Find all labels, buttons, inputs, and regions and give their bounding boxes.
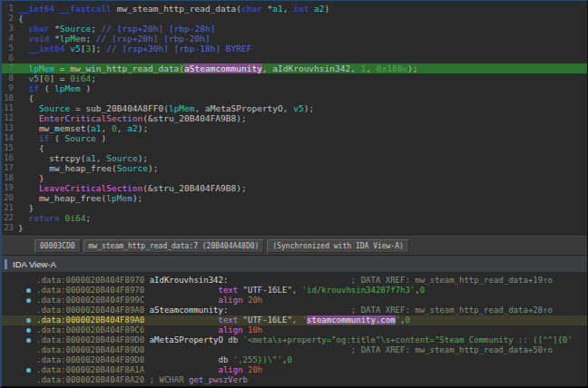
code-token: , (366, 63, 376, 73)
code-token: lpMem (60, 34, 86, 44)
code-token: } (18, 203, 34, 213)
pseudocode-line[interactable]: 6 (2, 53, 587, 63)
code-token (18, 24, 28, 34)
pseudocode-panel[interactable]: 1__int64 __fastcall mw_steam_http_read_d… (2, 1, 587, 236)
disasm-row[interactable]: .data:0000020B404F89A0 text "UTF-16LE", … (2, 315, 587, 325)
code-token: int (293, 4, 314, 14)
code-token: if (39, 133, 49, 143)
code-token: lpMem (106, 193, 132, 203)
pseudocode-line[interactable]: 11 Source = sub_20B404A8FF0(lpMem, aMeta… (2, 103, 587, 113)
code-token: EnterCriticalSection (39, 113, 142, 123)
code-token: .data:0000020B404F89A0 (36, 306, 144, 315)
pseudocode-line[interactable]: 23} (2, 223, 587, 233)
disasm-row[interactable]: .data:0000020B404F89C6 align 10h (2, 325, 587, 335)
disassembly-panel[interactable]: .data:0000020B404F8970 aIdKrouvhsin342: … (2, 273, 587, 388)
code-token: 20h (248, 296, 262, 305)
code-token (18, 34, 28, 44)
pseudocode-line[interactable]: 17 mw_heap_free(Source); (2, 163, 587, 173)
code-token: ); (138, 123, 148, 133)
code-token: LeaveCriticalSection (39, 183, 142, 193)
line-number: 8 (2, 73, 18, 83)
code-token: strcpy (49, 153, 80, 163)
code-token (18, 113, 39, 123)
code-token: db (219, 355, 229, 364)
code-token: (& (142, 183, 152, 193)
line-number: 3 (2, 24, 18, 34)
code-token: ; (85, 34, 95, 44)
bookmark-dot-icon (26, 368, 31, 373)
line-number: 10 (2, 93, 18, 103)
ida-window: 1__int64 __fastcall mw_steam_http_read_d… (0, 0, 588, 388)
pseudocode-line[interactable]: 1__int64 __fastcall mw_steam_http_read_d… (2, 4, 587, 14)
code-token: aIdKrouvhsin342: (150, 276, 229, 285)
code-token (228, 276, 350, 285)
code-token (18, 133, 39, 143)
code-token: } (18, 173, 44, 183)
code-token: .data:0000020B404F8A1A (36, 365, 144, 374)
code-token: mw_steam_http_read_data (117, 4, 237, 14)
code-token: 0i64 (70, 73, 91, 83)
code-token: ); (148, 163, 158, 173)
pseudocode-line[interactable]: 15 { (2, 143, 587, 153)
pseudocode-line[interactable]: 13 mw_memset(a1, 0, a2); (2, 123, 587, 133)
statusbar: 00003CD0mw_steam_http_read_data:7 (20B40… (2, 236, 587, 256)
disasm-row[interactable]: .data:0000020B404F8970 text "UTF-16LE", … (2, 286, 587, 296)
disasm-row[interactable]: .data:0000020B404F8970 aIdKrouvhsin342: … (2, 276, 587, 286)
disasm-row[interactable]: .data:0000020B404F8A1A align 20h (2, 365, 587, 375)
code-token: aIdKrouvhsin342 (272, 63, 350, 73)
pseudocode-line[interactable]: 18 } (2, 173, 587, 183)
pseudocode-line[interactable]: 2{ (2, 14, 587, 24)
code-token: a1 (91, 123, 101, 133)
pseudocode-line[interactable]: 14 if ( Source ) (2, 133, 587, 143)
line-number: 23 (2, 223, 18, 233)
pseudocode-line[interactable]: 10 { (2, 93, 587, 103)
code-token: ( (39, 83, 54, 93)
code-token: 0x188u (377, 63, 407, 73)
pseudocode-line[interactable]: 7 lpMem = mw_win_http_read_data(aSteamco… (2, 63, 587, 73)
pseudocode-line[interactable]: 19 LeaveCriticalSection(&stru_20B404FA9B… (2, 183, 587, 193)
panel-accent-icon (5, 259, 7, 269)
pseudocode-line[interactable]: 22 return 0i64; (2, 213, 587, 223)
code-token (18, 83, 28, 93)
pseudocode-line[interactable]: 21 } (2, 203, 587, 213)
pseudocode-line[interactable]: 4 void *lpMem; // [rsp+28h] [rbp-20h] (2, 34, 587, 44)
code-token: a2 (127, 123, 137, 133)
pseudocode-line[interactable]: 9 if ( lpMem ) (2, 83, 587, 93)
disasm-row[interactable]: .data:0000020B404F899C align 20h (2, 296, 587, 306)
bookmark-dot-icon (26, 328, 31, 333)
line-number: 22 (2, 213, 18, 223)
pseudocode-line[interactable]: 16 strcpy(a1, Source); (2, 153, 587, 163)
line-number: 15 (2, 143, 18, 153)
pseudocode-line[interactable]: 20 mw_heap_free(lpMem); (2, 193, 587, 203)
disasm-row[interactable]: .data:0000020B404F89D0 aMetaSPropertyO d… (2, 335, 587, 345)
code-token: ; (91, 73, 96, 83)
code-token: mw_heap_free (39, 193, 102, 203)
disasm-row[interactable]: .data:0000020B404F89D0 db ',255})\"',0 (2, 355, 587, 365)
pseudocode-line[interactable]: 8 v5[0] = 0i64; (2, 73, 587, 83)
code-token: .data:0000020B404F8970 (36, 276, 144, 285)
code-token (228, 306, 350, 315)
code-token: lpMem (54, 83, 81, 93)
code-token: .data:0000020B404F89D0 (36, 355, 144, 364)
code-token: ) (325, 4, 330, 14)
pseudocode-line[interactable]: 3 char *Source; // [rsp+20h] [rbp-28h] (2, 24, 587, 34)
disasm-row[interactable]: .data:0000020B404F8A20 ; WCHAR get_pwszV… (2, 375, 587, 385)
line-number: 21 (2, 203, 18, 213)
disasm-row[interactable]: .data:0000020B404F89A0 aSteamcommunity: … (2, 306, 587, 315)
disasm-row[interactable]: .data:0000020B404F89D0 ; DATA XREF: mw_s… (2, 345, 587, 355)
code-token: stru_20B404FA9B8 (153, 183, 237, 193)
ida-view-a-titlebar[interactable]: IDA View-A (2, 256, 587, 273)
code-token: "UTF-16LE" (243, 286, 292, 295)
code-token: ',255})\"' (233, 355, 282, 364)
pseudocode-line[interactable]: 5 __int64 v5[3]; // [rsp+30h] [rbp-18h] … (2, 44, 587, 53)
code-token: , (292, 286, 302, 295)
code-token: return (28, 213, 59, 223)
code-token: , (350, 63, 360, 73)
code-token: , (283, 4, 293, 14)
code-token: { (18, 14, 24, 24)
code-token: 0 (420, 286, 425, 295)
line-number: 17 (2, 163, 18, 173)
pseudocode-line[interactable]: 12 EnterCriticalSection(&stru_20B404FA9B… (2, 113, 587, 123)
code-token: text (219, 286, 239, 295)
bookmark-dot-icon (26, 338, 31, 343)
